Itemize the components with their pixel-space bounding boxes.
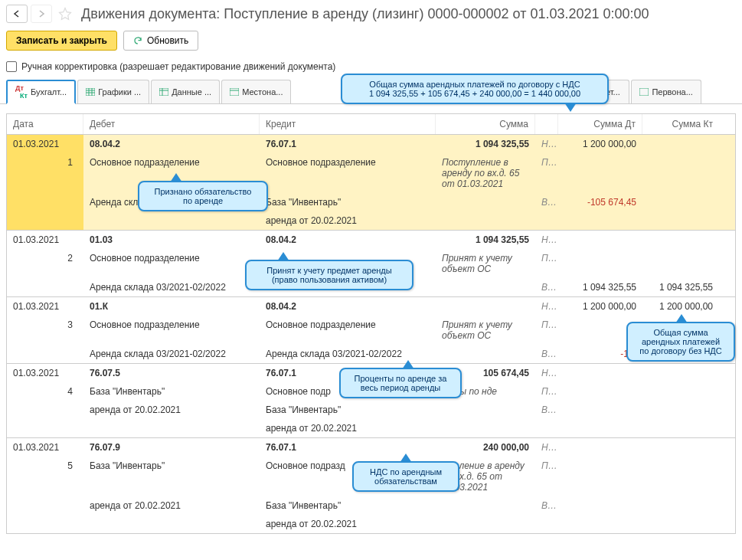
vr-label: ВР: — [535, 496, 558, 515]
table-icon — [639, 88, 649, 96]
entry-date: 01.03.2021 — [7, 364, 83, 382]
save-and-close-button[interactable]: Записать и закрыть — [6, 31, 117, 51]
pr-kt — [642, 382, 719, 401]
pr-kt — [642, 153, 719, 193]
nav-forward-button[interactable] — [31, 5, 52, 23]
callout-vat: НДС по арендным обязательствам — [352, 461, 459, 492]
pr-label: ПР: — [535, 316, 558, 345]
tab-label: Первона... — [652, 87, 692, 97]
page-title: Движения документа: Поступление в аренду… — [81, 6, 649, 22]
credit-sub2: База "Инвентарь" — [260, 496, 436, 515]
entry-sum — [436, 297, 535, 316]
entry-desc: Принят к учету объект ОС — [436, 249, 535, 278]
nu-kt — [642, 438, 719, 457]
credit-account: 08.04.2 — [260, 231, 436, 249]
tab-label: Данные ... — [172, 87, 211, 97]
nu-dt — [558, 231, 642, 249]
vr-dt — [558, 401, 642, 419]
dt-kt-icon: ДтКт — [15, 84, 28, 100]
nu-dt: 1 200 000,00 — [558, 297, 642, 316]
debit-sub1: База "Инвентарь" — [83, 382, 260, 401]
debit-sub1: База "Инвентарь" — [83, 457, 260, 496]
vr-kt: 1 094 325,55 — [642, 278, 719, 296]
entry-desc: Поступление в аренду по вх.д. 65 от 01.0… — [436, 153, 535, 193]
credit-sub1: Основное подразделение — [260, 153, 436, 193]
entry-desc: Принят к учету объект ОС — [436, 316, 535, 345]
entry-1[interactable]: 01.03.2021 08.04.2 76.07.1 1 094 325,55 … — [6, 135, 736, 231]
vr-dt: 1 094 325,55 — [558, 278, 642, 296]
entry-sum: 1 094 325,55 — [436, 135, 535, 153]
debit-sub2: Аренда склада 03/2021-02/2022 — [83, 278, 260, 296]
nu-kt — [642, 135, 719, 153]
tab-first[interactable]: Первона... — [631, 80, 701, 103]
refresh-button[interactable]: Обновить — [123, 31, 198, 51]
credit-sub3: аренда от 20.02.2021 — [260, 419, 436, 437]
nav-back-button[interactable] — [6, 5, 28, 23]
tab-label: Местона... — [242, 87, 283, 97]
credit-sub3: аренда от 20.02.2021 — [260, 211, 436, 230]
refresh-icon — [133, 36, 142, 45]
callout-asset-accepted: Принят к учету предмет аренды (право пол… — [245, 260, 413, 290]
pr-kt — [642, 457, 719, 496]
pr-label: ПР: — [535, 457, 558, 496]
svg-rect-0 — [86, 88, 95, 96]
pr-label: ПР: — [535, 153, 558, 193]
nu-label: НУ: — [535, 364, 558, 382]
entry-sum: 240 000,00 — [436, 438, 535, 457]
entry-date: 01.03.2021 — [7, 438, 83, 457]
vr-label: ВР: — [535, 278, 558, 296]
debit-sub2: аренда от 20.02.2021 — [83, 496, 260, 515]
vr-dt: -105 674,45 — [558, 193, 642, 211]
vr-kt — [642, 193, 719, 211]
col-sum: Сумма — [436, 114, 535, 134]
pr-dt — [558, 457, 642, 496]
entry-sum: 1 094 325,55 — [436, 231, 535, 249]
col-date: Дата — [7, 114, 83, 134]
debit-sub2: аренда от 20.02.2021 — [83, 401, 260, 419]
nu-kt — [642, 231, 719, 249]
debit-account: 08.04.2 — [83, 135, 260, 153]
refresh-label: Обновить — [147, 35, 188, 46]
manual-edit-checkbox[interactable] — [6, 61, 17, 72]
credit-sub3: аренда от 20.02.2021 — [260, 515, 436, 533]
nu-dt — [558, 364, 642, 382]
pr-label: ПР: — [535, 249, 558, 278]
svg-rect-10 — [639, 88, 649, 96]
debit-account: 76.07.5 — [83, 364, 260, 382]
debit-sub1: Основное подразделение — [83, 249, 260, 278]
favorite-star-icon[interactable] — [58, 7, 72, 21]
tab-data[interactable]: Данные ... — [151, 80, 220, 103]
entry-index: 4 — [7, 382, 83, 401]
debit-sub1: Основное подразделение — [83, 316, 260, 345]
col-debit: Дебет — [83, 114, 260, 134]
tab-label: Графики ... — [98, 87, 141, 97]
vr-label: ВР: — [535, 345, 558, 363]
vr-dt — [558, 496, 642, 515]
manual-edit-label: Ручная корректировка (разрешает редактир… — [21, 61, 335, 72]
table-icon — [86, 88, 95, 96]
callout-total-no-vat: Общая сумма арендных платежей по договор… — [626, 322, 735, 362]
nu-label: НУ: — [535, 297, 558, 316]
nu-label: НУ: — [535, 438, 558, 457]
debit-account: 76.07.9 — [83, 438, 260, 457]
col-sum-kt: Сумма Кт — [642, 114, 719, 134]
debit-sub2: Аренда склада 03/2021-02/2022 — [83, 345, 260, 363]
entry-index: 3 — [7, 316, 83, 345]
vr-kt — [642, 496, 719, 515]
tab-schedules[interactable]: Графики ... — [77, 80, 149, 103]
vr-label: ВР: — [535, 401, 558, 419]
grid-header: Дата Дебет Кредит Сумма Сумма Дт Сумма К… — [6, 113, 736, 135]
callout-total-with-vat: Общая сумма арендных платежей по договор… — [341, 74, 609, 104]
tab-accounting[interactable]: ДтКт Бухгалт... — [6, 80, 76, 104]
vr-kt — [642, 401, 719, 419]
tab-location[interactable]: Местона... — [221, 80, 291, 103]
entry-index: 1 — [7, 153, 83, 193]
svg-rect-5 — [159, 88, 168, 96]
nu-dt: 1 200 000,00 — [558, 135, 642, 153]
callout-lease-obligation: Признано обязательство по аренде — [138, 181, 268, 211]
credit-sub1: Основное подразделение — [260, 316, 436, 345]
vr-label: ВР: — [535, 193, 558, 211]
debit-account: 01.03 — [83, 231, 260, 249]
table-icon — [230, 88, 239, 96]
entry-date: 01.03.2021 — [7, 231, 83, 249]
